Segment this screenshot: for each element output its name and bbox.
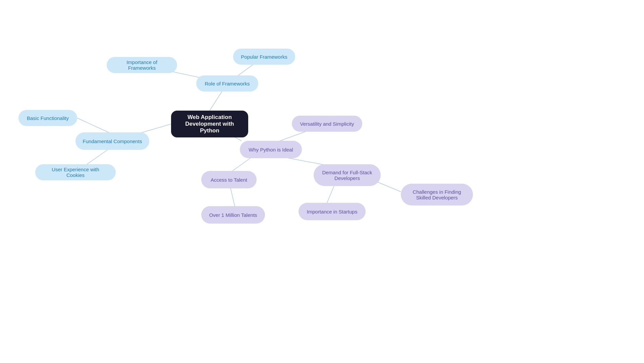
access-to-talent-label: Access to Talent — [211, 177, 247, 183]
role-of-frameworks-label: Role of Frameworks — [205, 81, 250, 86]
why-python-ideal-node[interactable]: Why Python is Ideal — [240, 141, 302, 158]
user-experience-cookies-node[interactable]: User Experience with Cookies — [35, 164, 116, 180]
basic-functionality-node[interactable]: Basic Functionality — [18, 110, 77, 126]
versatility-simplicity-label: Versatility and Simplicity — [300, 121, 354, 127]
role-of-frameworks-node[interactable]: Role of Frameworks — [196, 75, 258, 92]
svg-line-4 — [77, 118, 112, 134]
importance-startups-label: Importance in Startups — [307, 209, 358, 215]
importance-of-frameworks-label: Importance of Frameworks — [113, 59, 170, 71]
demand-full-stack-label: Demand for Full-Stack Developers — [320, 170, 374, 181]
center-node[interactable]: Web Application Development with Python — [171, 111, 248, 137]
demand-full-stack-node[interactable]: Demand for Full-Stack Developers — [314, 164, 381, 186]
access-to-talent-node[interactable]: Access to Talent — [201, 171, 257, 188]
challenges-finding-label: Challenges in Finding Skilled Developers — [408, 189, 466, 200]
versatility-simplicity-node[interactable]: Versatility and Simplicity — [292, 116, 362, 132]
basic-functionality-label: Basic Functionality — [27, 115, 69, 121]
center-label: Web Application Development with Python — [178, 114, 241, 134]
over-million-talents-label: Over 1 Million Talents — [209, 212, 257, 218]
popular-frameworks-label: Popular Frameworks — [241, 54, 287, 60]
fundamental-components-label: Fundamental Components — [83, 138, 142, 144]
importance-of-frameworks-node[interactable]: Importance of Frameworks — [107, 57, 177, 73]
user-experience-cookies-label: User Experience with Cookies — [42, 167, 109, 178]
popular-frameworks-node[interactable]: Popular Frameworks — [233, 49, 295, 65]
importance-startups-node[interactable]: Importance in Startups — [299, 203, 366, 220]
over-million-talents-node[interactable]: Over 1 Million Talents — [201, 206, 265, 224]
challenges-finding-node[interactable]: Challenges in Finding Skilled Developers — [401, 184, 473, 205]
fundamental-components-node[interactable]: Fundamental Components — [75, 132, 149, 150]
why-python-ideal-label: Why Python is Ideal — [249, 147, 293, 153]
